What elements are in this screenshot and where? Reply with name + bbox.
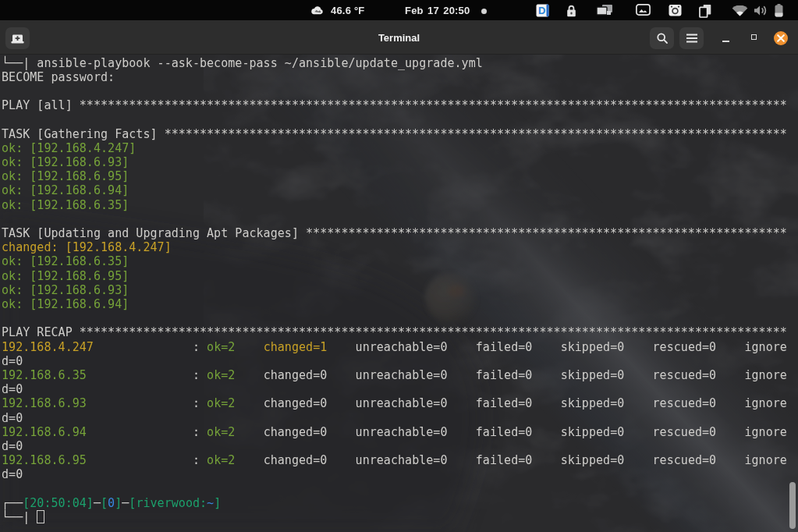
battery-icon[interactable]: [775, 4, 783, 20]
app-d-tray-icon[interactable]: D: [536, 4, 549, 20]
terminal-cursor: [37, 510, 44, 523]
windows-overlap-icon[interactable]: [596, 4, 613, 20]
close-button[interactable]: [774, 31, 788, 45]
camera-icon[interactable]: [669, 4, 682, 20]
maximize-button[interactable]: [747, 30, 761, 44]
window-title: Terminal: [0, 20, 798, 55]
top-panel: 46.6 °F Feb 17 20:50 D: [0, 0, 798, 20]
svg-text:D: D: [538, 5, 545, 16]
volume-icon[interactable]: [754, 5, 768, 20]
menu-button[interactable]: [679, 27, 704, 49]
copy-icon[interactable]: [698, 4, 712, 21]
terminal-output: └──| ansible-playbook --ask-become-pass …: [2, 56, 787, 525]
weather-temperature[interactable]: 46.6 °F: [331, 0, 364, 20]
search-button[interactable]: [650, 27, 674, 49]
search-icon: [656, 32, 669, 44]
recording-indicator-dot: [481, 9, 487, 14]
minimize-icon: [722, 41, 729, 42]
hamburger-menu-icon: [686, 34, 697, 43]
close-icon: [777, 34, 785, 42]
scrollbar-thumb[interactable]: [789, 482, 796, 529]
weather-cloud-icon: [310, 5, 324, 19]
minimize-button[interactable]: [718, 30, 732, 44]
clock[interactable]: Feb 17 20:50: [405, 0, 470, 20]
terminal-headerbar: Terminal: [0, 20, 798, 55]
maximize-icon: [751, 34, 757, 40]
picture-icon[interactable]: [636, 4, 651, 19]
wifi-icon[interactable]: [732, 5, 748, 20]
terminal-viewport[interactable]: └──| ansible-playbook --ask-become-pass …: [0, 55, 798, 532]
desktop: 46.6 °F Feb 17 20:50 D: [0, 0, 798, 532]
lock-icon[interactable]: [566, 5, 576, 20]
